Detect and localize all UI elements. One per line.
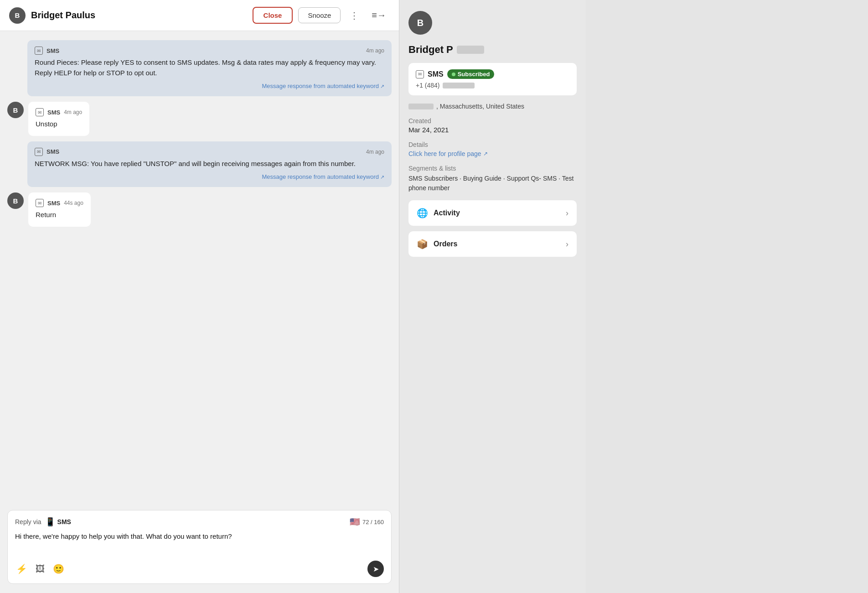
subscribed-label: Subscribed: [458, 71, 490, 78]
sms-channel-icon: ✉: [35, 148, 43, 156]
message-item: ✉ SMS 4m ago NETWORK MSG: You have repli…: [7, 141, 392, 187]
sms-channel-icon: ✉: [36, 108, 44, 116]
message-bubble: ✉ SMS 4m ago NETWORK MSG: You have repli…: [27, 141, 392, 187]
snooze-button[interactable]: Snooze: [298, 7, 341, 23]
flag-icon: 🇺🇸: [350, 517, 360, 527]
profile-page-link[interactable]: Click here for profile page: [408, 150, 577, 157]
image-button[interactable]: 🖼: [35, 563, 46, 575]
activity-icon: 🌐: [417, 208, 428, 218]
sms-channel-icon: ✉: [36, 199, 44, 207]
channel-label: SMS: [47, 109, 60, 116]
location-redacted: [408, 104, 434, 109]
message-text: Round Pieces: Please reply YES to consen…: [35, 57, 384, 78]
subscribed-badge: Subscribed: [447, 69, 495, 79]
message-time: 44s ago: [64, 200, 83, 206]
conversation-panel: B Bridget Paulus Close Snooze ⋮ ≡→ ✉ SMS…: [0, 0, 399, 593]
more-options-button[interactable]: ⋮: [346, 8, 362, 23]
segments-label: Segments & lists: [408, 165, 577, 172]
message-text: Unstop: [36, 119, 82, 130]
send-icon: ➤: [373, 565, 379, 573]
char-count-value: 72 / 160: [362, 519, 384, 525]
location-text: , Massachusetts, United States: [436, 103, 524, 110]
message-header: ✉ SMS 4m ago: [35, 148, 384, 156]
reply-actions: ⚡ 🖼 🙂 ➤: [15, 561, 384, 577]
sms-subscription-card: ✉ SMS Subscribed +1 (484): [408, 63, 577, 95]
created-label: Created: [408, 117, 577, 125]
auto-keyword-link[interactable]: Message response from automated keyword: [262, 173, 384, 180]
message-item: B ✉ SMS 4m ago Unstop: [7, 102, 392, 136]
created-date: Mar 24, 2021: [408, 126, 577, 134]
avatar-small: B: [7, 102, 24, 118]
reply-channel: 📱 SMS: [45, 517, 71, 527]
message-time: 4m ago: [64, 109, 82, 115]
channel-label: SMS: [46, 47, 59, 54]
sms-label: SMS: [428, 70, 444, 78]
sort-button[interactable]: ≡→: [368, 8, 390, 22]
message-bubble: ✉ SMS 4m ago Round Pieces: Please reply …: [27, 40, 392, 96]
sms-channel-icon: ✉: [35, 47, 43, 55]
reply-via-label: Reply via: [15, 518, 41, 525]
message-header: ✉ SMS 44s ago: [36, 199, 83, 207]
location-row: , Massachusetts, United States: [408, 103, 577, 110]
chevron-right-icon: ›: [566, 239, 568, 249]
profile-name: Bridget P: [408, 44, 577, 56]
reply-box: Reply via 📱 SMS 🇺🇸 72 / 160 Hi there, we…: [7, 510, 392, 584]
more-icon: ⋮: [350, 10, 359, 21]
message-time: 4m ago: [366, 149, 384, 155]
message-header: ✉ SMS 4m ago: [36, 108, 82, 116]
outgoing-bubble: ✉ SMS 44s ago Return: [28, 192, 91, 227]
details-section: Details Click here for profile page: [408, 141, 577, 157]
channel-label: SMS: [47, 200, 60, 207]
sms-icon: ✉: [416, 70, 424, 78]
sms-card-header: ✉ SMS Subscribed: [416, 69, 569, 79]
message-text: NETWORK MSG: You have replied "UNSTOP" a…: [35, 159, 384, 169]
reply-header: Reply via 📱 SMS 🇺🇸 72 / 160: [15, 517, 384, 527]
reply-channel-icon: 📱: [45, 517, 55, 527]
auto-keyword-link[interactable]: Message response from automated keyword: [262, 83, 384, 89]
char-count: 🇺🇸 72 / 160: [350, 517, 384, 527]
segments-text: SMS Subscribers · Buying Guide · Support…: [408, 174, 577, 193]
phone-redacted: [443, 83, 475, 88]
emoji-button[interactable]: 🙂: [52, 562, 65, 575]
orders-icon: 📦: [417, 239, 428, 250]
orders-label: Orders: [434, 240, 560, 248]
segments-section: Segments & lists SMS Subscribers · Buyin…: [408, 165, 577, 193]
created-section: Created Mar 24, 2021: [408, 117, 577, 134]
conversation-header: B Bridget Paulus Close Snooze ⋮ ≡→: [0, 0, 399, 31]
send-button[interactable]: ➤: [367, 561, 384, 577]
messages-area: ✉ SMS 4m ago Round Pieces: Please reply …: [0, 31, 399, 505]
profile-header: B: [408, 11, 577, 35]
channel-label: SMS: [46, 148, 59, 155]
name-redacted: [457, 46, 484, 54]
right-sidebar: B Bridget P ✉ SMS Subscribed +1 (484) , …: [399, 0, 586, 593]
reply-textarea[interactable]: Hi there, we're happy to help you with t…: [15, 531, 384, 554]
message-time: 4m ago: [366, 47, 384, 54]
details-label: Details: [408, 141, 577, 148]
message-item: ✉ SMS 4m ago Round Pieces: Please reply …: [7, 40, 392, 96]
message-item: B ✉ SMS 44s ago Return: [7, 192, 392, 227]
sort-icon: ≡→: [372, 10, 386, 21]
activity-card[interactable]: 🌐 Activity ›: [408, 200, 577, 226]
orders-card[interactable]: 📦 Orders ›: [408, 231, 577, 257]
quick-reply-button[interactable]: ⚡: [15, 562, 28, 575]
avatar-small: B: [7, 192, 24, 209]
outgoing-bubble: ✉ SMS 4m ago Unstop: [28, 102, 89, 136]
contact-name: Bridget Paulus: [31, 10, 247, 21]
subscribed-dot: [452, 73, 455, 76]
activity-label: Activity: [434, 209, 560, 217]
avatar: B: [9, 7, 26, 24]
reply-channel-label: SMS: [57, 518, 71, 525]
chevron-right-icon: ›: [566, 208, 568, 218]
message-header: ✉ SMS 4m ago: [35, 47, 384, 55]
phone-number: +1 (484): [416, 82, 569, 89]
close-button[interactable]: Close: [253, 7, 293, 24]
profile-avatar: B: [408, 11, 432, 35]
message-text: Return: [36, 210, 83, 220]
